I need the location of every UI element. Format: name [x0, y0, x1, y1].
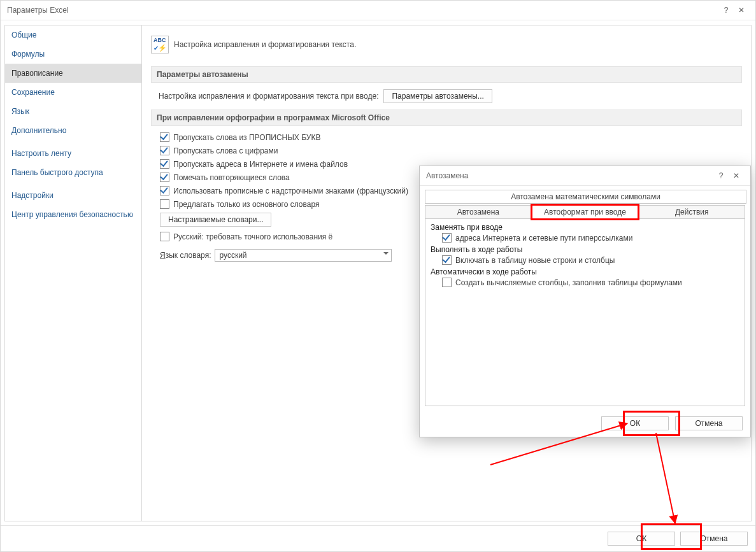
- autocorrect-dialog-title: Автозамена: [426, 171, 713, 180]
- chk-french[interactable]: [160, 186, 169, 195]
- chk-formula-columns[interactable]: [442, 278, 452, 287]
- sidebar-item-save[interactable]: Сохранение: [5, 83, 141, 102]
- chk-uppercase[interactable]: [160, 132, 169, 142]
- chk-russian-yo[interactable]: [160, 232, 169, 241]
- chk-formula-columns-label: Создать вычисляемые столбцы, заполнив та…: [455, 278, 682, 287]
- autocorrect-cancel-button[interactable]: Отмена: [675, 416, 743, 430]
- chk-russian-yo-label: Русский: требовать точного использования…: [173, 232, 332, 241]
- dict-lang-dropdown[interactable]: русский: [215, 249, 392, 262]
- main-header-text: Настройка исправления и форматирования т…: [174, 40, 356, 49]
- autocorrect-section-header: Параметры автозамены: [151, 66, 742, 83]
- sidebar-item-addins[interactable]: Надстройки: [5, 186, 141, 205]
- chk-table-rows[interactable]: [442, 255, 452, 265]
- group-apply: Выполнять в ходе работы: [431, 245, 739, 254]
- sidebar-item-general[interactable]: Общие: [5, 25, 141, 45]
- autocorrect-close-icon[interactable]: ✕: [729, 171, 744, 180]
- sidebar-item-ribbon[interactable]: Настроить ленту: [5, 144, 141, 163]
- category-sidebar: Общие Формулы Правописание Сохранение Яз…: [4, 25, 142, 521]
- chk-table-rows-label: Включать в таблицу новые строки и столбц…: [455, 256, 615, 265]
- chk-digits-label: Пропускать слова с цифрами: [173, 146, 278, 155]
- chk-internet-label: Пропускать адреса в Интернете и имена фа…: [173, 160, 348, 169]
- chk-mainonly-label: Предлагать только из основного словаря: [173, 200, 319, 209]
- chk-french-label: Использовать прописные с надстрочными зн…: [173, 187, 408, 195]
- chk-mainonly[interactable]: [160, 199, 169, 209]
- autocorrect-label: Настройка исправления и форматирования т…: [159, 92, 378, 101]
- chk-internet-hyperlinks-label: адреса Интернета и сетевые пути гиперссы…: [455, 234, 632, 243]
- autocorrect-ok-button[interactable]: ОК: [601, 416, 669, 430]
- autocorrect-options-button[interactable]: Параметры автозамены...: [383, 89, 492, 103]
- chk-repeated-label: Помечать повторяющиеся слова: [173, 173, 290, 182]
- help-icon[interactable]: ?: [718, 6, 734, 15]
- custom-dictionaries-button[interactable]: Настраиваемые словари...: [160, 213, 271, 227]
- proofing-icon: ABC✔⚡: [151, 36, 169, 53]
- chk-internet-hyperlinks[interactable]: [442, 233, 452, 243]
- autoformat-tabpanel: Заменять при вводе адреса Интернета и се…: [425, 219, 745, 406]
- close-icon[interactable]: ✕: [734, 6, 749, 15]
- sidebar-item-advanced[interactable]: Дополнительно: [5, 121, 141, 140]
- sidebar-item-proofing[interactable]: Правописание: [5, 64, 141, 83]
- tab-autoformat[interactable]: Автоформат при вводе: [532, 205, 639, 219]
- dict-lang-label: Язык словаря:: [160, 251, 211, 260]
- sidebar-item-language[interactable]: Язык: [5, 102, 141, 121]
- sidebar-item-trustcenter[interactable]: Центр управления безопасностью: [5, 205, 141, 224]
- group-replace: Заменять при вводе: [431, 223, 739, 232]
- chevron-down-icon: [383, 252, 389, 257]
- chk-repeated[interactable]: [160, 173, 169, 182]
- window-title: Параметры Excel: [7, 6, 718, 15]
- sidebar-item-quickaccess[interactable]: Панель быстрого доступа: [5, 163, 141, 182]
- sidebar-item-formulas[interactable]: Формулы: [5, 45, 141, 64]
- cancel-button[interactable]: Отмена: [680, 532, 748, 546]
- spellcheck-section-header: При исправлении орфографии в программах …: [151, 110, 742, 126]
- autocorrect-help-icon[interactable]: ?: [713, 171, 729, 180]
- chk-internet[interactable]: [160, 159, 169, 169]
- ok-button[interactable]: ОК: [608, 532, 675, 546]
- autocorrect-dialog: Автозамена ? ✕ Автозамена математическим…: [419, 166, 751, 437]
- tab-actions[interactable]: Действия: [638, 205, 745, 219]
- chk-uppercase-label: Пропускать слова из ПРОПИСНЫХ БУКВ: [173, 133, 320, 142]
- tab-math-autocorrect[interactable]: Автозамена математическими символами: [425, 190, 746, 204]
- chk-digits[interactable]: [160, 146, 169, 155]
- tab-autocorrect[interactable]: Автозамена: [425, 205, 532, 219]
- group-auto: Автоматически в ходе работы: [431, 267, 739, 276]
- window-titlebar: Параметры Excel ? ✕: [1, 1, 755, 20]
